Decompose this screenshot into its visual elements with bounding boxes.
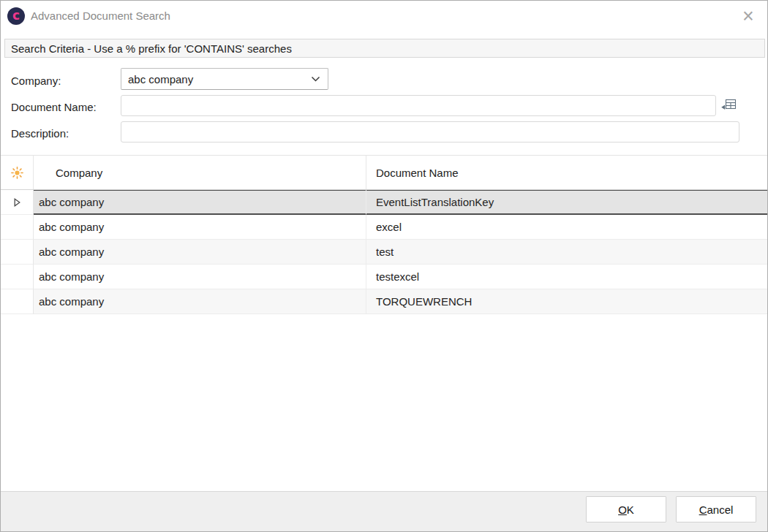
cancel-button[interactable]: Cancel — [676, 496, 756, 522]
row-indicator-cell — [1, 240, 34, 265]
table-row[interactable]: abc company excel — [1, 215, 768, 240]
description-label: Description: — [11, 127, 69, 140]
row-indicator-cell — [1, 265, 34, 289]
cell-company: abc company — [34, 265, 366, 289]
cell-document-name: test — [366, 240, 768, 265]
row-indicator-cell — [1, 289, 34, 314]
table-row[interactable]: abc company test — [1, 240, 768, 265]
sun-icon — [11, 167, 23, 179]
cell-company: abc company — [34, 215, 366, 240]
search-criteria-header: Search Criteria - Use a % prefix for 'CO… — [4, 39, 765, 58]
chevron-down-icon — [311, 76, 320, 83]
titlebar: c Advanced Document Search × — [1, 1, 767, 31]
cell-document-name: EventListTranslationKey — [366, 190, 768, 215]
footer-bar: OK Cancel — [1, 491, 768, 532]
cell-company: abc company — [34, 240, 366, 265]
row-indicator-cell — [1, 215, 34, 240]
app-logo-icon: c — [7, 7, 25, 25]
column-header-document-name[interactable]: Document Name — [366, 156, 768, 189]
app-logo-letter: c — [12, 10, 20, 22]
grid-body: abc company EventListTranslationKey abc … — [1, 190, 768, 314]
grid-corner-cell[interactable] — [1, 156, 34, 189]
cell-document-name: excel — [366, 215, 768, 240]
column-chooser-icon[interactable] — [720, 96, 737, 113]
document-name-input[interactable] — [121, 95, 716, 116]
results-grid: Company Document Name abc company EventL… — [1, 155, 768, 491]
ok-button[interactable]: OK — [586, 496, 666, 522]
close-icon[interactable]: × — [737, 4, 760, 28]
company-select[interactable]: abc company — [121, 68, 328, 90]
company-select-value: abc company — [128, 73, 311, 86]
window-title: Advanced Document Search — [31, 10, 170, 22]
table-row[interactable]: abc company EventListTranslationKey — [1, 190, 768, 215]
cell-document-name: TORQUEWRENCH — [366, 289, 768, 314]
company-label: Company: — [11, 75, 61, 87]
row-indicator-cell — [1, 190, 34, 215]
table-row[interactable]: abc company TORQUEWRENCH — [1, 289, 768, 314]
table-row[interactable]: abc company testexcel — [1, 265, 768, 289]
dialog-advanced-document-search: c Advanced Document Search × Search Crit… — [0, 0, 768, 532]
cell-company: abc company — [34, 289, 366, 314]
search-criteria-text: Search Criteria - Use a % prefix for 'CO… — [11, 42, 292, 55]
cell-document-name: testexcel — [366, 265, 768, 289]
description-input[interactable] — [121, 121, 739, 142]
document-name-label: Document Name: — [11, 101, 97, 113]
grid-header-row: Company Document Name — [1, 156, 768, 190]
cell-company: abc company — [34, 190, 366, 215]
column-header-company[interactable]: Company — [34, 156, 366, 189]
row-indicator-icon — [14, 198, 20, 207]
